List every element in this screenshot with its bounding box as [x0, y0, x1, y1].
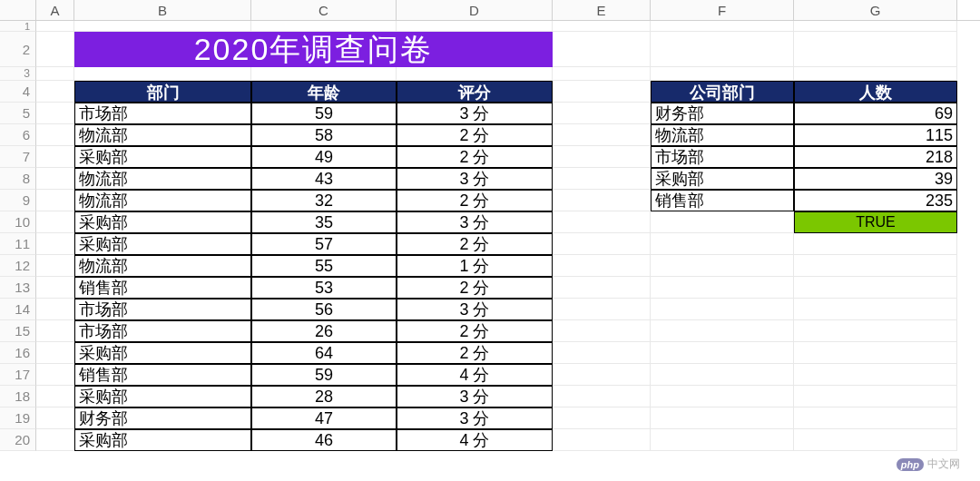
col-header-G[interactable]: G — [794, 0, 957, 20]
cell-dept[interactable]: 财务部 — [74, 407, 251, 429]
row-header[interactable]: 1 — [0, 21, 36, 32]
cell-age[interactable]: 64 — [251, 342, 397, 364]
cell-side-dept[interactable]: 财务部 — [651, 103, 794, 124]
cell[interactable] — [36, 233, 74, 255]
cell[interactable] — [651, 255, 794, 277]
cell[interactable] — [553, 168, 651, 190]
side-header-count[interactable]: 人数 — [794, 81, 957, 103]
col-header-D[interactable]: D — [397, 0, 553, 20]
cell[interactable] — [651, 211, 794, 233]
cell-dept[interactable]: 销售部 — [74, 364, 251, 386]
cell[interactable] — [651, 320, 794, 342]
cell[interactable] — [794, 320, 957, 342]
row-header[interactable]: 13 — [0, 277, 36, 299]
cell-age[interactable]: 43 — [251, 168, 397, 190]
cell[interactable] — [794, 299, 957, 320]
side-header-dept[interactable]: 公司部门 — [651, 81, 794, 103]
row-header[interactable]: 2 — [0, 32, 36, 67]
cell[interactable] — [553, 342, 651, 364]
cell[interactable] — [553, 103, 651, 124]
cell[interactable] — [36, 386, 74, 407]
row-header[interactable]: 15 — [0, 320, 36, 342]
cell-age[interactable]: 57 — [251, 233, 397, 255]
cell[interactable] — [794, 342, 957, 364]
cell[interactable] — [36, 124, 74, 146]
cell-side-dept[interactable]: 采购部 — [651, 168, 794, 190]
cell[interactable] — [651, 342, 794, 364]
cell[interactable] — [36, 146, 74, 168]
main-header-score[interactable]: 评分 — [397, 81, 553, 103]
cell[interactable] — [74, 67, 251, 81]
spreadsheet[interactable]: A B C D E F G 1 2 2020年调查问卷 3 — [0, 0, 980, 481]
cell-age[interactable]: 49 — [251, 146, 397, 168]
cell[interactable] — [36, 21, 74, 32]
cell[interactable] — [397, 21, 553, 32]
cell[interactable] — [36, 32, 74, 67]
cell-score[interactable]: 3 分 — [397, 299, 553, 320]
cell-dept[interactable]: 市场部 — [74, 299, 251, 320]
cell-score[interactable]: 3 分 — [397, 386, 553, 407]
cell[interactable] — [553, 407, 651, 429]
row-header[interactable]: 18 — [0, 386, 36, 407]
bool-cell[interactable]: TRUE — [794, 211, 957, 233]
col-header-C[interactable]: C — [251, 0, 397, 20]
cell-dept[interactable]: 物流部 — [74, 168, 251, 190]
cell-score[interactable]: 2 分 — [397, 124, 553, 146]
cell[interactable] — [397, 67, 553, 81]
cell[interactable] — [36, 190, 74, 211]
row-header[interactable]: 6 — [0, 124, 36, 146]
row-header[interactable]: 10 — [0, 211, 36, 233]
row-header[interactable]: 17 — [0, 364, 36, 386]
cell[interactable] — [36, 429, 74, 451]
cell[interactable] — [36, 277, 74, 299]
cell-side-count[interactable]: 115 — [794, 124, 957, 146]
cell-score[interactable]: 4 分 — [397, 364, 553, 386]
cell[interactable] — [553, 67, 651, 81]
cell-dept[interactable]: 市场部 — [74, 320, 251, 342]
cell[interactable] — [251, 67, 397, 81]
cell-dept[interactable]: 采购部 — [74, 429, 251, 451]
cell[interactable] — [651, 67, 794, 81]
cell[interactable] — [651, 364, 794, 386]
cell[interactable] — [553, 21, 651, 32]
cell-score[interactable]: 3 分 — [397, 103, 553, 124]
cell[interactable] — [36, 211, 74, 233]
cell[interactable] — [651, 407, 794, 429]
cell[interactable] — [794, 429, 957, 451]
cell-score[interactable]: 2 分 — [397, 190, 553, 211]
row-header[interactable]: 4 — [0, 81, 36, 103]
cell[interactable] — [794, 386, 957, 407]
cell-dept[interactable]: 采购部 — [74, 211, 251, 233]
cell[interactable] — [794, 407, 957, 429]
cell[interactable] — [553, 124, 651, 146]
row-header[interactable]: 9 — [0, 190, 36, 211]
cell-dept[interactable]: 市场部 — [74, 103, 251, 124]
cell[interactable] — [74, 21, 251, 32]
cell[interactable] — [36, 81, 74, 103]
cell-dept[interactable]: 采购部 — [74, 342, 251, 364]
cell-dept[interactable]: 采购部 — [74, 146, 251, 168]
cell-dept[interactable]: 采购部 — [74, 233, 251, 255]
cell[interactable] — [36, 255, 74, 277]
cell[interactable] — [553, 211, 651, 233]
cell[interactable] — [36, 407, 74, 429]
cell-dept[interactable]: 物流部 — [74, 190, 251, 211]
cell[interactable] — [36, 342, 74, 364]
cell[interactable] — [553, 320, 651, 342]
cell[interactable] — [553, 364, 651, 386]
cell[interactable] — [794, 32, 957, 67]
cell[interactable] — [651, 21, 794, 32]
cell[interactable] — [36, 299, 74, 320]
cell-age[interactable]: 28 — [251, 386, 397, 407]
cell-age[interactable]: 46 — [251, 429, 397, 451]
row-header[interactable]: 14 — [0, 299, 36, 320]
main-header-dept[interactable]: 部门 — [74, 81, 251, 103]
cell[interactable] — [553, 81, 651, 103]
cell-side-count[interactable]: 39 — [794, 168, 957, 190]
cell-side-count[interactable]: 235 — [794, 190, 957, 211]
row-header[interactable]: 8 — [0, 168, 36, 190]
cell-score[interactable]: 2 分 — [397, 277, 553, 299]
cell-age[interactable]: 58 — [251, 124, 397, 146]
main-header-age[interactable]: 年龄 — [251, 81, 397, 103]
cell-age[interactable]: 59 — [251, 364, 397, 386]
